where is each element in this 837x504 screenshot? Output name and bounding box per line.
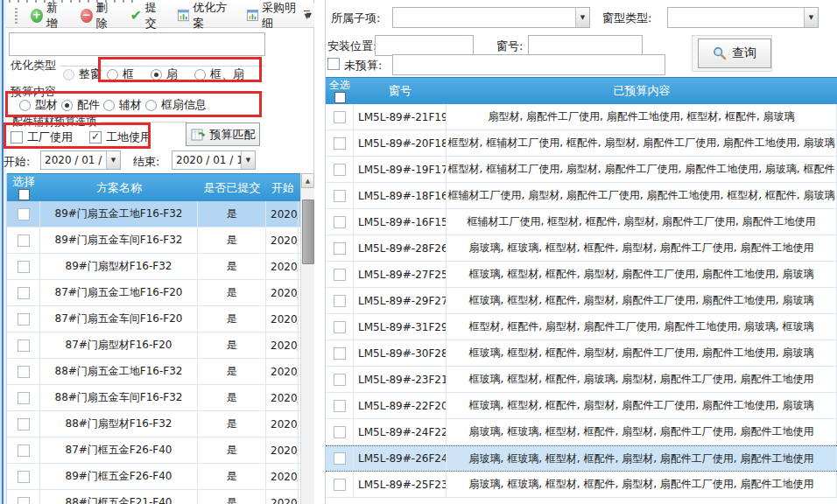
row-checkbox[interactable]: [334, 111, 346, 123]
table-row[interactable]: LM5L-89#-16F15 框辅材工厂使用, 框型材, 框配件, 扇型材, 扇…: [326, 209, 837, 235]
row-checkbox[interactable]: [334, 164, 346, 176]
chevron-down-icon[interactable]: ▼: [241, 151, 255, 169]
table-row[interactable]: LM5L-89#-29F27 框玻璃, 框型材, 框配件, 扇型材, 扇配件工厂…: [326, 288, 837, 314]
radio-sash[interactable]: 扇: [151, 66, 178, 82]
chevron-down-icon[interactable]: ▼: [804, 8, 818, 27]
row-checkbox[interactable]: [18, 261, 30, 273]
table-row[interactable]: 88#门框五金F21-F40 是 2020/0: [7, 490, 314, 504]
table-row[interactable]: 89#门扇五金车间F16-F32 是 2020/0: [7, 228, 314, 254]
row-checkbox[interactable]: [334, 321, 346, 333]
radio-profile[interactable]: 型材: [19, 97, 58, 113]
table-row[interactable]: 88#门扇五金车间F16-F32 是 2020/0: [7, 385, 314, 411]
row-checkbox[interactable]: [334, 374, 346, 386]
row-checkbox[interactable]: [18, 366, 30, 378]
row-checkbox[interactable]: [18, 418, 30, 430]
install-position-input[interactable]: [375, 35, 474, 56]
row-checkbox[interactable]: [18, 208, 30, 220]
row-checkbox[interactable]: [334, 347, 346, 360]
row-checkbox[interactable]: [18, 287, 30, 299]
toolbar-overflow-button[interactable]: ▼: [301, 9, 313, 26]
table-row[interactable]: LM5L-89#-28F26 扇玻璃, 框玻璃, 框型材, 框配件, 扇型材, …: [326, 235, 837, 262]
table-row[interactable]: LM5L-89#-23F21 框玻璃, 框型材, 框配件, 扇玻璃, 扇型材, …: [326, 367, 837, 393]
sub-item-select[interactable]: ▼: [392, 7, 590, 28]
row-checkbox[interactable]: [18, 444, 30, 457]
checkbox-factory-use[interactable]: 工厂使用: [11, 130, 73, 145]
select-all-checkbox[interactable]: [18, 189, 30, 200]
radio-frame[interactable]: 框: [107, 66, 134, 82]
end-date-picker[interactable]: 2020 / 01 / 13 ▼: [172, 150, 256, 170]
chevron-down-icon[interactable]: ▼: [106, 151, 120, 169]
radio-icon[interactable]: [107, 69, 118, 80]
table-row[interactable]: 87#门扇型材F16-F20 是 2020/0: [7, 332, 314, 359]
table-row[interactable]: 88#门扇型材F16-F32 是 2020/0: [7, 411, 314, 438]
row-checkbox[interactable]: [18, 313, 30, 326]
submit-button[interactable]: ✔ 提交: [127, 0, 166, 33]
table-row[interactable]: LM5L-89#-30F28 框玻璃, 框型材, 框配件, 扇型材, 扇配件工厂…: [326, 340, 837, 367]
checkbox-site-use[interactable]: 工地使用: [89, 130, 151, 145]
table-row[interactable]: LM5L-89#-21F19 扇型材, 扇配件工厂使用, 扇配件工地使用, 框型…: [326, 104, 837, 130]
scrollbar-thumb[interactable]: [302, 200, 314, 264]
row-checkbox[interactable]: [334, 242, 346, 255]
table-row[interactable]: LM5L-89#-25F23 扇玻璃, 框玻璃, 框型材, 框配件, 扇型材, …: [326, 472, 837, 498]
scroll-up-icon[interactable]: ▲: [301, 173, 314, 188]
start-date-picker[interactable]: 2020 / 01 / 1 ▼: [40, 150, 121, 170]
table-row[interactable]: 88#门扇五金工地F16-F32 是 2020/0: [7, 359, 314, 385]
table-row[interactable]: LM5L-89#-26F24 扇玻璃, 框玻璃, 框型材, 框配件, 扇型材, …: [326, 445, 837, 472]
select-all-checkbox[interactable]: [334, 92, 346, 103]
no-budget-checkbox[interactable]: [327, 58, 340, 70]
table-row[interactable]: 89#门框五金F26-F40 是 2020/0: [7, 464, 314, 490]
radio-icon[interactable]: [19, 100, 31, 111]
collapsed-panel-edge[interactable]: [0, 0, 6, 504]
no-budget-input[interactable]: [392, 54, 665, 75]
checkbox-icon[interactable]: [89, 131, 102, 144]
row-checkbox[interactable]: [334, 426, 346, 438]
budget-match-button[interactable]: 预算匹配: [186, 122, 260, 146]
plan-name: 89#门框五金F26-F40: [40, 464, 198, 489]
row-checkbox[interactable]: [334, 137, 346, 150]
add-button[interactable]: + 新增: [28, 0, 69, 33]
table-row[interactable]: LM5L-89#-20F18 框型材, 框辅材工厂使用, 框配件, 扇型材, 扇…: [326, 130, 837, 157]
scheme-filter-input[interactable]: [9, 32, 265, 56]
table-row[interactable]: 87#门框五金F26-F40 是 2020/0: [7, 438, 314, 464]
toolbar-grip[interactable]: [15, 8, 18, 24]
chevron-down-icon[interactable]: ▼: [575, 8, 589, 27]
radio-icon[interactable]: [145, 100, 157, 111]
radio-frame-sash[interactable]: 框、扇: [194, 66, 244, 82]
row-checkbox[interactable]: [334, 269, 346, 281]
table-row[interactable]: LM5L-89#-22F20 框玻璃, 框型材, 框配件, 扇型材, 扇配件工厂…: [326, 393, 837, 419]
checkbox-icon[interactable]: [11, 131, 23, 144]
radio-icon[interactable]: [103, 100, 115, 111]
vertical-scrollbar[interactable]: ▲: [300, 173, 314, 504]
row-checkbox[interactable]: [18, 340, 30, 352]
radio-icon[interactable]: [194, 69, 206, 80]
row-checkbox[interactable]: [18, 471, 30, 483]
table-row[interactable]: LM5L-89#-31F29 框型材, 框配件, 扇型材, 扇配件工厂使用, 扇…: [326, 314, 837, 340]
table-row[interactable]: LM5L-89#-27F25 框玻璃, 框型材, 框配件, 扇型材, 扇配件工厂…: [326, 262, 837, 288]
radio-auxiliary[interactable]: 辅材: [103, 97, 142, 113]
row-checkbox[interactable]: [18, 497, 30, 504]
query-button[interactable]: 查询: [698, 38, 771, 68]
row-checkbox[interactable]: [334, 452, 346, 465]
radio-accessory[interactable]: 配件: [61, 97, 100, 113]
table-row[interactable]: 87#门扇五金工地F16-F20 是 2020/0: [7, 280, 314, 306]
radio-icon[interactable]: [151, 69, 162, 80]
row-checkbox[interactable]: [18, 234, 30, 247]
table-row[interactable]: 87#门扇五金车间F16-F20 是 2020/0: [7, 306, 314, 332]
row-checkbox[interactable]: [18, 392, 30, 404]
table-row[interactable]: LM5L-89#-24F22 扇玻璃, 框玻璃, 框型材, 框配件, 扇型材, …: [326, 419, 837, 445]
window-type-select[interactable]: ▼: [667, 7, 819, 28]
table-row[interactable]: 89#门扇五金工地F16-F32 是 2020/0: [7, 201, 314, 228]
radio-icon[interactable]: [61, 100, 73, 111]
table-row[interactable]: LM5L-89#-19F17 框型材, 框辅材工厂使用, 扇型材, 扇配件工厂使…: [326, 157, 837, 183]
row-checkbox[interactable]: [334, 295, 346, 307]
optimize-plan-button[interactable]: 优化方案: [175, 0, 236, 33]
table-row[interactable]: LM5L-89#-18F16 框辅材工厂使用, 扇型材, 扇配件工厂使用, 扇配…: [326, 183, 837, 209]
row-checkbox[interactable]: [334, 479, 346, 491]
window-no-input[interactable]: [528, 35, 643, 56]
delete-button[interactable]: − 删除: [78, 0, 119, 33]
row-checkbox[interactable]: [334, 190, 346, 202]
table-row[interactable]: 89#门扇型材F16-F32 是 2020/0: [7, 254, 314, 280]
row-checkbox[interactable]: [334, 216, 346, 228]
radio-frame-sash-info[interactable]: 框扇信息: [145, 97, 207, 113]
row-checkbox[interactable]: [334, 400, 346, 412]
